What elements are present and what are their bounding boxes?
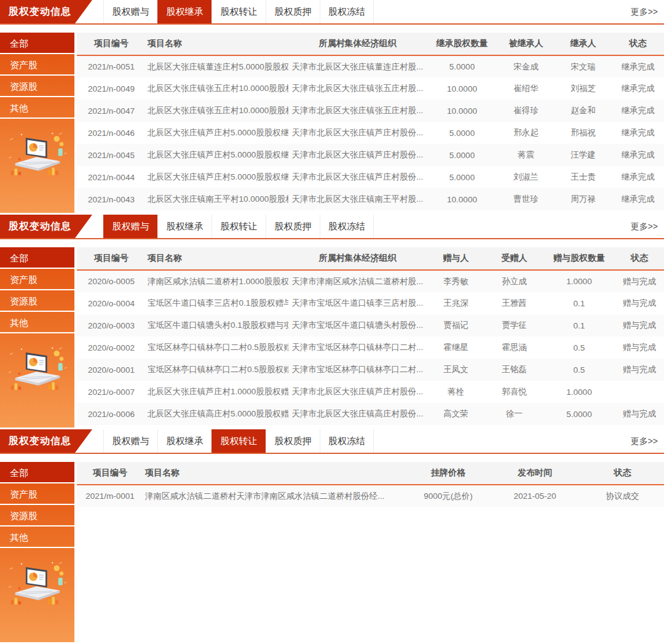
column-header: 所属村集体经济组织 [288, 247, 427, 270]
sidebar-item-全部[interactable]: 全部 [0, 33, 74, 54]
sidebar-item-资源股[interactable]: 资源股 [0, 290, 74, 312]
cell-受赠人: 郭喜悦 [485, 381, 543, 403]
table-row[interactable]: 2021/n-0045北辰区大张庄镇芦庄村5.0000股股权继承...天津市北辰… [77, 144, 664, 166]
cell-项目编号: 2021/o-0007 [77, 381, 146, 403]
column-header: 项目编号 [77, 33, 146, 55]
header-row: 项目编号项目名称所属村集体经济组织赠与人受赠人赠与股权数量状态 [77, 247, 664, 270]
table-row[interactable]: 2020/o-0004宝坻区牛道口镇李三店村0.1股股权赠与项目天津市宝坻区牛道… [77, 292, 664, 314]
table-row[interactable]: 2021/n-0051北辰区大张庄镇董连庄村5.0000股股权继...天津市北辰… [77, 55, 664, 78]
cell-所属村集体经济组织: 天津市宝坻区林亭口镇林亭口二村... [288, 359, 427, 381]
cell-被继承人: 蒋震 [497, 144, 555, 166]
tab-股权赠与[interactable]: 股权赠与 [103, 429, 157, 453]
column-header: 被继承人 [497, 33, 555, 55]
cell-状态: 继承完成 [612, 144, 664, 166]
cell-被继承人: 曹世珍 [497, 188, 555, 210]
cell-项目名称: 北辰区大张庄镇芦庄村5.0000股股权继承... [146, 144, 288, 166]
cell-状态: 赠与完成 [615, 314, 664, 336]
column-header: 赠与股权数量 [543, 247, 615, 270]
section-title-banner: 股权变动信息 [0, 0, 92, 23]
cell-继承人: 周万禄 [555, 188, 612, 210]
cell-项目名称: 北辰区大张庄镇高庄村5.0000股股权赠与... [146, 403, 288, 425]
tab-股权转让[interactable]: 股权转让 [211, 0, 266, 23]
table-row[interactable]: 2021/n-0046北辰区大张庄镇芦庄村5.0000股股权继承...天津市北辰… [77, 122, 664, 144]
sidebar-item-资源股[interactable]: 资源股 [0, 505, 74, 527]
more-link[interactable]: 更多>> [631, 429, 664, 453]
table-row[interactable]: 2021/m-0001津南区咸水沽镇二道桥村天津市津南区咸水沽镇二道桥村股份经.… [77, 485, 664, 507]
tab-股权冻结[interactable]: 股权冻结 [320, 429, 374, 453]
tab-股权赠与[interactable]: 股权赠与 [103, 0, 157, 23]
sidebar-item-资产股[interactable]: 资产股 [0, 483, 74, 505]
tab-股权继承[interactable]: 股权继承 [157, 215, 211, 238]
data-table-wrap: 项目编号项目名称挂牌价格发布时间状态 2021/m-0001津南区咸水沽镇二道桥… [77, 462, 664, 642]
tab-股权质押[interactable]: 股权质押 [266, 0, 320, 23]
cell-受赠人: 王雅茜 [485, 292, 543, 314]
table-row[interactable]: 2020/o-0003宝坻区牛道口镇塘头村0.1股股权赠与项目天津市宝坻区牛道口… [77, 314, 664, 336]
cell-项目名称: 北辰区大张庄镇张五庄村10.0000股股权继... [146, 78, 288, 100]
cell-赠与股权数量: 1.0000 [543, 270, 615, 292]
cell-继承人: 邢福祝 [555, 122, 612, 144]
cell-状态: 赠与完成 [615, 292, 664, 314]
section-content: 全部资产股资源股其他 [0, 33, 664, 213]
table-row[interactable]: 2021/o-0007北辰区大张庄镇芦庄村1.0000股股权赠与...天津市北辰… [77, 381, 664, 403]
sidebar-item-全部[interactable]: 全部 [0, 247, 74, 269]
section-content: 全部资产股资源股其他 [0, 462, 664, 642]
cell-项目编号: 2021/n-0047 [77, 100, 146, 122]
cell-受赠人: 徐一 [485, 403, 543, 425]
tab-股权赠与[interactable]: 股权赠与 [103, 215, 157, 238]
tab-股权转让[interactable]: 股权转让 [211, 215, 266, 238]
section-content: 全部资产股资源股其他 [0, 247, 664, 427]
column-header: 受赠人 [485, 247, 543, 270]
cell-状态: 继承完成 [612, 188, 664, 210]
tab-股权冻结[interactable]: 股权冻结 [320, 0, 374, 23]
sidebar-item-其他[interactable]: 其他 [0, 97, 74, 119]
table-row[interactable]: 2021/n-0049北辰区大张庄镇张五庄村10.0000股股权继...天津市北… [77, 78, 664, 100]
equity-change-page: 股权变动信息 股权赠与股权继承股权转让股权质押股权冻结 更多>> 全部资产股资源… [0, 0, 664, 644]
tab-股权转让[interactable]: 股权转让 [211, 429, 266, 453]
table-row[interactable]: 2020/o-0001宝坻区林亭口镇林亭口二村0.5股股权赠与...天津市宝坻区… [77, 359, 664, 381]
laptop-chart-illustration [6, 558, 69, 612]
cell-被继承人: 刘淑兰 [497, 166, 555, 188]
more-link[interactable]: 更多>> [631, 215, 664, 238]
tab-股权质押[interactable]: 股权质押 [266, 215, 320, 238]
tab-股权继承[interactable]: 股权继承 [157, 0, 211, 23]
table-row[interactable]: 2021/n-0047北辰区大张庄镇张五庄村10.0000股股权继...天津市北… [77, 100, 664, 122]
cell-状态: 赠与完成 [615, 270, 664, 292]
cell-被继承人: 邢永起 [497, 122, 555, 144]
table-row[interactable]: 2020/o-0002宝坻区林亭口镇林亭口二村0.5股股权赠与...天津市宝坻区… [77, 336, 664, 359]
cell-赠与人: 蒋栓 [427, 381, 485, 403]
cell-所属村集体经济组织: 天津市北辰区大张庄镇张五庄村股... [288, 78, 427, 100]
sidebar-item-资产股[interactable]: 资产股 [0, 269, 74, 290]
cell-继承人: 赵金和 [555, 100, 612, 122]
table-row[interactable]: 2020/o-0005津南区咸水沽镇二道桥村1.0000股股权赠...天津市津南… [77, 270, 664, 292]
sidebar-item-资产股[interactable]: 资产股 [0, 54, 74, 76]
cell-被继承人: 崔得珍 [497, 100, 555, 122]
cell-状态: 继承完成 [612, 122, 664, 144]
section-title-banner: 股权变动信息 [0, 215, 92, 238]
cell-项目名称: 宝坻区林亭口镇林亭口二村0.5股股权赠与... [146, 359, 288, 381]
cell-赠与人: 贾福记 [427, 314, 485, 336]
cell-所属村集体经济组织: 天津市北辰区大张庄镇董连庄村股... [288, 55, 427, 78]
column-header: 项目编号 [77, 247, 146, 270]
more-link[interactable]: 更多>> [631, 0, 664, 23]
sidebar-item-资源股[interactable]: 资源股 [0, 76, 74, 97]
column-header: 状态 [581, 462, 664, 485]
section-inheritance: 股权变动信息 股权赠与股权继承股权转让股权质押股权冻结 更多>> 全部资产股资源… [0, 0, 664, 215]
tab-股权质押[interactable]: 股权质押 [266, 429, 320, 453]
column-header: 项目名称 [146, 247, 288, 270]
section-title-banner: 股权变动信息 [0, 429, 92, 453]
cell-发布时间: 2021-05-20 [489, 485, 581, 507]
table-row[interactable]: 2021/n-0044北辰区大张庄镇芦庄村5.0000股股权继承...天津市北辰… [77, 166, 664, 188]
section-transfer: 股权变动信息 股权赠与股权继承股权转让股权质押股权冻结 更多>> 全部资产股资源… [0, 429, 664, 644]
cell-项目编号: 2020/o-0005 [77, 270, 146, 292]
sidebar-item-其他[interactable]: 其他 [0, 527, 74, 548]
cell-所属村集体经济组织: 天津市宝坻区林亭口镇林亭口二村... [288, 336, 427, 359]
tab-股权冻结[interactable]: 股权冻结 [320, 215, 374, 238]
sidebar-item-其他[interactable]: 其他 [0, 312, 74, 333]
sidebar-items: 全部资产股资源股其他 [0, 33, 74, 119]
table-row[interactable]: 2021/o-0006北辰区大张庄镇高庄村5.0000股股权赠与...天津市北辰… [77, 403, 664, 425]
sidebar-item-全部[interactable]: 全部 [0, 462, 74, 483]
cell-受赠人: 霍思涵 [485, 336, 543, 359]
tab-股权继承[interactable]: 股权继承 [157, 429, 211, 453]
laptop-chart-illustration [6, 343, 69, 397]
table-row[interactable]: 2021/n-0043北辰区大张庄镇南王平村10.0000股股权继...天津市北… [77, 188, 664, 210]
